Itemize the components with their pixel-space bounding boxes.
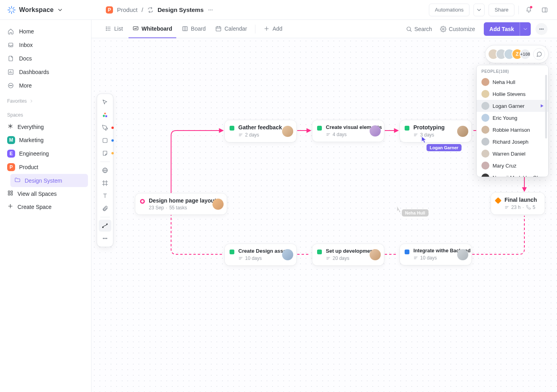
tool-select[interactable] [99, 96, 111, 108]
svg-rect-75 [105, 115, 107, 117]
automations-caret[interactable] [473, 4, 485, 16]
tool-task[interactable] [99, 109, 111, 121]
status-dot-icon [140, 199, 145, 204]
card-launch[interactable]: Final launch 23 h· 5 [491, 193, 545, 215]
tool-frame[interactable] [99, 177, 111, 189]
card-meta: 10 days [238, 255, 279, 261]
tool-sticky[interactable] [99, 147, 111, 159]
people-item[interactable]: Mary Cruz [477, 160, 548, 172]
scrollbar[interactable] [545, 75, 547, 138]
avatar-stack: Z +108 [488, 49, 531, 60]
tool-connector[interactable] [99, 220, 111, 232]
people-item[interactable]: Logan Garner [477, 100, 548, 112]
tab-board[interactable]: Board [178, 20, 210, 38]
space-engineering[interactable]: EEngineering [3, 147, 88, 160]
svg-rect-27 [11, 193, 12, 195]
plus-icon [263, 25, 270, 32]
breadcrumb-parent[interactable]: Product [117, 6, 138, 13]
avatar [370, 249, 381, 260]
status-dot-icon [317, 250, 322, 254]
customize-button[interactable]: Customize [437, 26, 478, 32]
tool-more[interactable] [99, 232, 111, 244]
svg-line-47 [410, 30, 411, 31]
nav-inbox[interactable]: Inbox [3, 38, 88, 52]
people-item[interactable]: Nazarii Medukha Oleg.. [477, 172, 548, 177]
file-icon [7, 55, 14, 62]
space-badge-icon: M [7, 136, 15, 144]
view-all-spaces[interactable]: View all Spaces [3, 187, 88, 200]
add-view-button[interactable]: Add [259, 20, 286, 38]
people-item[interactable]: Robbie Harrison [477, 124, 548, 136]
space-everything[interactable]: Everything [3, 120, 88, 133]
topbar-right: Automations Share [429, 4, 551, 16]
space-marketing[interactable]: MMarketing [3, 133, 88, 147]
share-button[interactable]: Share [489, 4, 514, 16]
status-dot-icon [405, 250, 409, 254]
svg-rect-24 [8, 191, 10, 193]
more-horizontal-icon[interactable] [208, 7, 213, 13]
text-icon [102, 193, 108, 199]
breadcrumb-current[interactable]: Design Systems [158, 6, 204, 13]
breadcrumb: P Product / Design Systems [106, 6, 213, 14]
tool-shape[interactable] [99, 135, 111, 146]
nav-docs[interactable]: Docs [3, 52, 88, 65]
whiteboard-toolbar [97, 94, 113, 247]
lines-icon [413, 132, 418, 138]
people-item[interactable]: Hollie Stevens [477, 88, 548, 100]
notifications-button[interactable] [523, 4, 535, 16]
nav-label: Dashboards [19, 69, 49, 75]
inbox-icon [7, 41, 14, 49]
avatar [370, 125, 381, 137]
svg-point-51 [543, 29, 543, 29]
tab-whiteboard[interactable]: Whiteboard [129, 20, 176, 38]
space-product[interactable]: PProduct [3, 160, 88, 174]
people-item[interactable]: Richard Joseph [477, 136, 548, 148]
automations-button[interactable]: Automations [429, 4, 469, 16]
card-assets[interactable]: Create Design assets 10 days [225, 244, 296, 265]
svg-line-5 [13, 11, 14, 12]
people-item[interactable]: Neha Hull [477, 76, 548, 88]
status-dot-icon [317, 126, 322, 131]
add-task-button[interactable]: Add Task [484, 22, 520, 36]
tab-calendar[interactable]: Calendar [211, 20, 251, 38]
tab-list[interactable]: List [101, 20, 127, 38]
collaborators-bar[interactable]: Z +108 [485, 45, 548, 63]
favorites-section[interactable]: Favorites [3, 92, 88, 107]
card-visual[interactable]: Create visual elements 4 days [312, 120, 384, 142]
more-actions-button[interactable] [536, 23, 547, 35]
card-proto[interactable]: Prototyping 3 days [400, 120, 471, 142]
status-dot-icon [495, 197, 502, 204]
tool-text[interactable] [99, 190, 111, 202]
tool-web[interactable] [99, 164, 111, 176]
tool-attachment[interactable] [99, 203, 111, 215]
space-label: Product [19, 164, 38, 170]
nav-dashboards[interactable]: Dashboards [3, 65, 88, 79]
nav-home[interactable]: Home [3, 25, 88, 38]
create-space[interactable]: Create Space [3, 200, 88, 213]
people-name: Warren Daniel [493, 151, 543, 157]
nav-more[interactable]: More [3, 79, 88, 92]
color-dot-icon [111, 152, 114, 154]
card-dev[interactable]: Set up development 20 days [312, 244, 384, 265]
whiteboard-canvas[interactable]: Design home page layout 23 Sep·55 tasks … [92, 38, 557, 392]
chevron-down-icon [476, 7, 482, 13]
card-feedback[interactable]: Gather feedback 2 days [225, 120, 296, 142]
people-item[interactable]: Warren Daniel [477, 148, 548, 160]
avatar [481, 174, 489, 177]
tool-pen[interactable] [99, 122, 111, 134]
comments-button[interactable] [533, 48, 545, 60]
svg-point-35 [106, 30, 107, 30]
avatar-more-count[interactable]: +108 [520, 49, 531, 60]
panel-toggle-button[interactable] [539, 4, 551, 16]
avatar [481, 162, 489, 170]
workspace-switcher[interactable]: Workspace [6, 6, 98, 14]
add-task-caret[interactable] [520, 22, 531, 36]
folder-design-system[interactable]: Design System [10, 174, 88, 187]
calendar-icon [215, 25, 222, 32]
search-button[interactable]: Search [403, 26, 435, 32]
lines-icon [326, 131, 331, 138]
card-backend[interactable]: Integrate withe Backend 10 days [400, 244, 471, 265]
card-root[interactable]: Design home page layout 23 Sep·55 tasks [135, 193, 227, 215]
people-item[interactable]: Eric Young [477, 112, 548, 124]
breadcrumb-separator: / [142, 6, 143, 13]
